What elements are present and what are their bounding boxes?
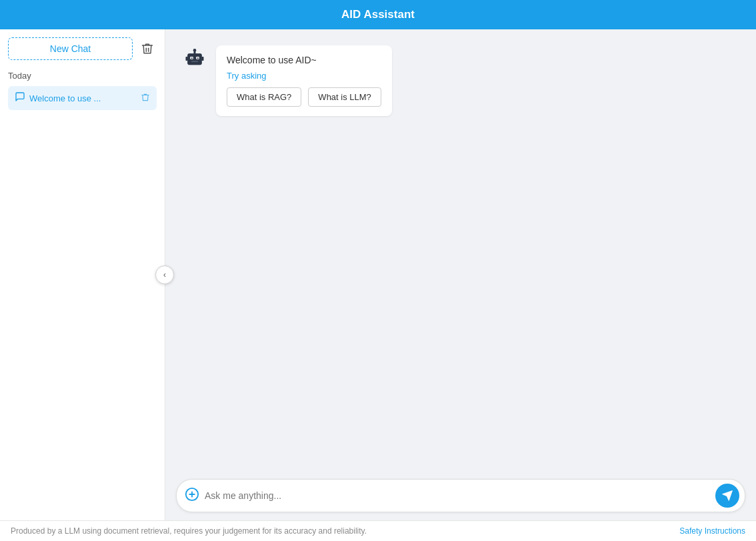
svg-rect-9 <box>186 57 188 61</box>
chat-input[interactable] <box>205 490 715 501</box>
new-chat-row: New Chat <box>8 37 157 60</box>
input-area <box>165 471 756 520</box>
section-today-label: Today <box>8 71 157 81</box>
svg-rect-5 <box>197 57 199 59</box>
input-chat-icon <box>185 487 199 505</box>
collapse-sidebar-button[interactable]: ‹ <box>155 265 174 284</box>
clear-all-button[interactable] <box>138 39 157 58</box>
app-header: AID Assistant <box>0 0 756 29</box>
chat-area: Welcome to use AID~ Try asking What is R… <box>165 29 756 520</box>
suggestion-chips: What is RAG? What is LLM? <box>227 87 381 107</box>
send-icon <box>721 490 733 502</box>
svg-rect-1 <box>188 54 202 65</box>
footer-disclaimer: Produced by a LLM using document retriev… <box>11 526 367 536</box>
safety-instructions-link[interactable]: Safety Instructions <box>679 526 745 536</box>
welcome-content-card: Welcome to use AID~ Try asking What is R… <box>216 45 392 116</box>
input-row <box>176 479 745 512</box>
suggestion-chip-llm[interactable]: What is LLM? <box>308 87 381 107</box>
svg-rect-4 <box>191 57 193 59</box>
try-asking-label: Try asking <box>227 71 381 81</box>
chat-history-label: Welcome to use ... <box>29 93 101 103</box>
chat-history-left: Welcome to use ... <box>15 91 137 105</box>
chevron-left-icon: ‹ <box>163 270 166 280</box>
svg-rect-6 <box>191 61 199 62</box>
messages-container: Welcome to use AID~ Try asking What is R… <box>165 29 756 471</box>
robot-icon <box>183 47 207 71</box>
send-button[interactable] <box>715 484 739 508</box>
main-layout: New Chat Today <box>0 29 756 520</box>
sidebar: New Chat Today <box>0 29 165 520</box>
chat-bubble-icon <box>15 91 25 105</box>
welcome-text: Welcome to use AID~ <box>227 55 381 65</box>
welcome-message-bubble: Welcome to use AID~ Try asking What is R… <box>181 45 581 116</box>
trash-icon <box>141 42 154 55</box>
chat-item-delete-icon[interactable] <box>141 93 150 104</box>
footer: Produced by a LLM using document retriev… <box>0 520 756 541</box>
app-title: AID Assistant <box>341 8 415 21</box>
svg-rect-10 <box>202 57 204 61</box>
svg-point-8 <box>193 49 197 52</box>
bot-avatar <box>181 45 208 72</box>
new-chat-button[interactable]: New Chat <box>8 37 133 60</box>
chat-history-item[interactable]: Welcome to use ... <box>8 86 157 110</box>
suggestion-chip-rag[interactable]: What is RAG? <box>227 87 301 107</box>
